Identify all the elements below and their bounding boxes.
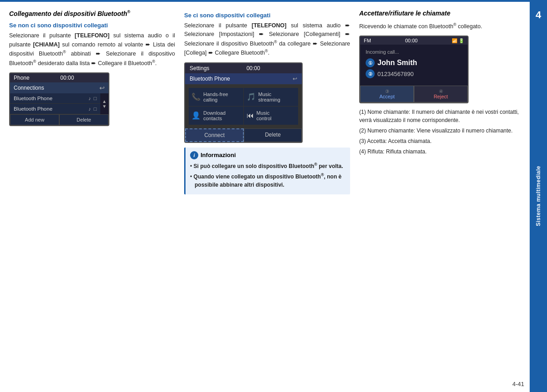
column-2: Se ci sono dispositivi collegati Selezio… (184, 9, 350, 383)
info-box: i Informazioni • Si può collegare un sol… (184, 148, 350, 194)
settings-screen-mockup: Settings 00:00 Bluetooth Phone ↩ 📞 Hands… (184, 62, 303, 143)
info-bullet-2: • Quando viene collegato un dispositivo … (190, 172, 346, 189)
status-icons: 📶🔋 (452, 38, 464, 43)
col2-body2: Selezionare il pulsante [TELEFONO] sul s… (184, 21, 350, 58)
chapter-number: 4 (536, 9, 541, 21)
bt-phone-icons-1: ♪□ (88, 96, 97, 101)
bt-phone-item-2: Bluetooth Phone ♪□ (10, 104, 100, 114)
back-btn: ↩ (99, 84, 105, 92)
accept-label: Accept (361, 94, 413, 99)
accept-circle: ③ (361, 89, 413, 94)
caller-name: John Smith (377, 59, 417, 67)
call-buttons: ③ Accept ④ Reject (360, 86, 468, 102)
hands-free-cell: 📞 Hands-freecalling (189, 88, 243, 106)
reject-btn[interactable]: ④ Reject (414, 86, 468, 102)
phone-connections-row: Connections ↩ (10, 82, 108, 93)
bt-phone-item-1: Bluetooth Phone ♪□ (10, 93, 100, 104)
phone-header: Phone 00:00 (10, 73, 108, 82)
settings-footer: Connect Delete (185, 128, 302, 142)
music-control-icon: ⏮ (247, 112, 254, 120)
chapter-sidebar: 4 Sistema multimediale (530, 0, 547, 392)
column-1: Collegamento dei dispositivi Bluetooth® … (9, 9, 175, 383)
call-screen-mockup: FM 00:00 📶🔋 Incoming call... ① John Smit… (359, 36, 469, 103)
numbered-item-3: (3) Accetta: Accetta chiamata. (359, 137, 525, 145)
numbered-item-1: (1) Nome chiamante: Il numero del chiama… (359, 108, 525, 124)
hands-free-label: Hands-freecalling (203, 92, 228, 102)
settings-header: Settings 00:00 (185, 63, 302, 73)
call-body: Incoming call... ① John Smith ② 01234567… (360, 45, 468, 86)
bt-phone-title: Bluetooth Phone (190, 76, 230, 82)
col3-main-title: Accettare/rifiutare le chiamate (359, 9, 525, 18)
music-streaming-icon: 🎵 (247, 92, 256, 101)
bt-phone-label-2: Bluetooth Phone (14, 106, 52, 112)
add-new-btn[interactable]: Add new (10, 114, 59, 125)
col1-subtitle: Se non ci sono dispositivi collegati (9, 22, 175, 29)
info-icon: i (190, 151, 198, 159)
reject-label: Reject (414, 94, 467, 99)
settings-label: Settings (190, 65, 209, 71)
download-contacts-cell: 👤 Downloadcontacts (189, 107, 243, 125)
bt-phone-label-1: Bluetooth Phone (14, 96, 52, 101)
column-3: Accettare/rifiutare le chiamate Ricevend… (359, 9, 525, 383)
col1-main-title: Collegamento dei dispositivi Bluetooth® (9, 9, 175, 18)
numbered-item-2: (2) Numero chiamante: Viene visualizzato… (359, 127, 525, 135)
music-streaming-cell: 🎵 Musicstreaming (244, 88, 299, 106)
connect-btn[interactable]: Connect (185, 128, 244, 142)
settings-time: 00:00 (247, 65, 260, 71)
settings-delete-btn[interactable]: Delete (244, 128, 302, 142)
incoming-text: Incoming call... (366, 49, 462, 55)
phone-footer: Add new Delete (10, 114, 108, 125)
sidebar-chapter-label: Sistema multimediale (535, 166, 542, 226)
phone-list-area: Bluetooth Phone ♪□ Bluetooth Phone ♪□ (10, 93, 108, 114)
scroll-arrows: ▲ ▼ (100, 93, 108, 114)
settings-grid: 📞 Hands-freecalling 🎵 Musicstreaming 👤 D… (185, 84, 302, 128)
phone-time: 00:00 (60, 75, 74, 81)
music-streaming-label: Musicstreaming (258, 92, 280, 102)
call-time: 00:00 (405, 38, 418, 43)
download-contacts-icon: 👤 (191, 111, 201, 120)
delete-btn[interactable]: Delete (59, 114, 108, 125)
col1-body1: Selezionare il pulsante [TELEFONO] sul s… (9, 31, 175, 68)
phone-screen-mockup: Phone 00:00 Connections ↩ Bluetooth Phon… (9, 72, 109, 126)
accept-btn[interactable]: ③ Accept (360, 86, 414, 102)
music-control-label: Musiccontrol (257, 110, 272, 121)
fm-label: FM (364, 38, 371, 43)
caller-circle-2: ② (366, 69, 375, 78)
caller-number-row: ② 01234567890 (366, 69, 462, 78)
top-decorative-line (0, 0, 547, 2)
download-contacts-label: Downloadcontacts (203, 110, 226, 121)
reject-circle: ④ (414, 89, 467, 94)
call-header: FM 00:00 📶🔋 (360, 36, 468, 45)
col3-intro: Ricevendo le chiamate con Bluetooth® col… (359, 22, 525, 31)
connections-label: Connections (14, 85, 44, 91)
caller-name-row: ① John Smith (366, 58, 462, 67)
caller-circle-1: ① (366, 58, 375, 67)
settings-back-btn: ↩ (293, 76, 297, 82)
info-title: i Informazioni (190, 151, 346, 159)
settings-title-bar: Bluetooth Phone ↩ (185, 73, 302, 84)
numbered-item-4: (4) Rifiuta: Rifiuta chiamata. (359, 148, 525, 156)
main-content: Collegamento dei dispositivi Bluetooth® … (9, 9, 525, 383)
phone-label: Phone (14, 75, 30, 81)
music-control-cell: ⏮ Musiccontrol (244, 107, 299, 125)
col2-subtitle: Se ci sono dispositivi collegati (184, 12, 350, 19)
bt-phone-icons-2: ♪□ (88, 106, 97, 112)
caller-number: 01234567890 (377, 71, 414, 77)
numbered-list: (1) Nome chiamante: Il numero del chiama… (359, 108, 525, 156)
info-bullet-1: • Si può collegare un solo dispositivo B… (190, 162, 346, 170)
hands-free-icon: 📞 (191, 92, 201, 101)
